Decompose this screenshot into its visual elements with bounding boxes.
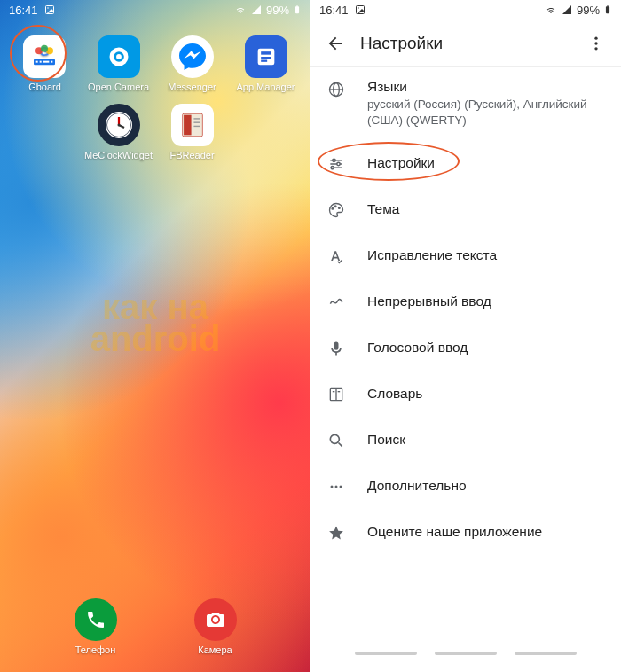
svg-point-41 <box>333 160 335 162</box>
svg-rect-33 <box>607 5 609 6</box>
battery-percent: 99% <box>577 4 600 17</box>
phone-settings-screen: 16:41 99% Настройки Языки русский (Росси… <box>310 0 621 672</box>
status-bar-right: 16:41 99% <box>310 0 621 20</box>
svg-point-35 <box>594 42 597 44</box>
settings-item-search[interactable]: Поиск <box>310 417 621 463</box>
app-grid: G Gboard Open Camera Messenger App Manag… <box>0 20 310 161</box>
app-messenger[interactable]: Messenger <box>158 35 226 93</box>
wifi-icon <box>545 4 557 15</box>
settings-item-dictionary[interactable]: Словарь <box>310 371 621 417</box>
svg-rect-17 <box>261 51 271 55</box>
nav-bar <box>310 635 621 672</box>
glide-icon <box>325 293 348 311</box>
app-fbreader[interactable]: FBReader <box>158 104 226 161</box>
svg-point-55 <box>331 486 334 488</box>
nav-home[interactable] <box>435 652 497 655</box>
svg-point-1 <box>47 7 49 9</box>
dock-phone[interactable]: Телефон <box>75 598 117 656</box>
back-button[interactable] <box>316 24 355 63</box>
settings-item-preferences[interactable]: Настройки <box>310 140 621 186</box>
status-time: 16:41 <box>319 4 349 17</box>
item-title: Поиск <box>367 432 607 448</box>
app-label: MeClockWidget <box>84 150 153 161</box>
app-manager-icon <box>245 35 287 78</box>
open-camera-icon <box>98 35 140 78</box>
messenger-icon <box>171 35 214 78</box>
item-title: Тема <box>367 201 607 217</box>
app-manager[interactable]: App Manager <box>232 35 300 93</box>
svg-point-43 <box>337 163 340 166</box>
svg-point-12 <box>41 45 48 52</box>
battery-percent: 99% <box>266 4 289 17</box>
item-title: Настройки <box>367 155 607 171</box>
status-time: 16:41 <box>9 4 38 17</box>
svg-rect-32 <box>606 6 609 13</box>
svg-point-36 <box>594 47 597 50</box>
battery-icon <box>293 4 302 16</box>
svg-point-24 <box>117 124 120 127</box>
settings-item-voice-typing[interactable]: Голосовой ввод <box>310 324 621 371</box>
image-icon <box>355 4 366 15</box>
svg-rect-8 <box>51 61 53 63</box>
svg-point-57 <box>340 486 342 488</box>
arrow-back-icon <box>326 34 345 53</box>
palette-icon <box>325 201 348 219</box>
svg-point-47 <box>334 206 336 207</box>
settings-item-glide-typing[interactable]: Непрерывный ввод <box>310 278 621 324</box>
svg-rect-7 <box>43 61 50 63</box>
dock: Телефон Камера <box>0 598 310 656</box>
svg-rect-26 <box>184 115 192 136</box>
item-title: Голосовой ввод <box>367 340 607 356</box>
book-icon <box>325 386 348 403</box>
signal-icon <box>561 4 573 15</box>
svg-point-56 <box>335 486 338 488</box>
item-title: Непрерывный ввод <box>367 293 607 309</box>
nav-recents[interactable] <box>355 652 417 655</box>
dock-label: Телефон <box>75 645 116 656</box>
item-title: Оцените наше приложение <box>367 524 607 540</box>
settings-item-text-correction[interactable]: Исправление текста <box>310 232 621 278</box>
item-subtitle: русский (Россия) (Русский), Английский (… <box>367 97 607 129</box>
star-icon <box>325 524 348 542</box>
app-label: App Manager <box>236 82 295 93</box>
gboard-icon: G <box>23 35 66 78</box>
dock-label: Камера <box>198 645 232 656</box>
app-open-camera[interactable]: Open Camera <box>84 35 153 93</box>
wifi-icon <box>234 4 247 15</box>
svg-rect-2 <box>295 6 299 13</box>
settings-item-theme[interactable]: Тема <box>310 186 621 232</box>
svg-rect-3 <box>296 5 298 6</box>
svg-point-34 <box>594 36 597 39</box>
settings-item-advanced[interactable]: Дополнительно <box>310 463 621 509</box>
signal-icon <box>250 4 263 15</box>
dock-camera[interactable]: Камера <box>194 598 237 656</box>
app-label: FBReader <box>169 150 214 161</box>
phone-home-screen: 16:41 99% как наandroid G Gboard Open Ca… <box>0 0 310 672</box>
text-correction-icon <box>325 247 348 265</box>
svg-rect-18 <box>261 57 271 59</box>
settings-item-rate[interactable]: Оцените наше приложение <box>310 509 621 555</box>
svg-point-53 <box>330 435 339 444</box>
mic-icon <box>325 340 348 357</box>
image-icon <box>44 4 55 15</box>
settings-header: Настройки <box>310 20 621 67</box>
fbreader-icon <box>171 104 214 146</box>
app-meclockwidget[interactable]: MeClockWidget <box>84 104 153 161</box>
svg-line-54 <box>339 443 342 447</box>
svg-point-45 <box>331 167 334 169</box>
more-button[interactable] <box>577 24 616 63</box>
settings-item-languages[interactable]: Языки русский (Россия) (Русский), Англий… <box>310 67 621 140</box>
more-vert-icon <box>587 35 605 52</box>
nav-back[interactable] <box>515 652 577 655</box>
globe-icon <box>325 81 348 98</box>
svg-rect-19 <box>261 60 267 62</box>
svg-point-15 <box>116 54 122 59</box>
header-title: Настройки <box>360 34 577 53</box>
more-horiz-icon <box>325 478 348 496</box>
app-gboard[interactable]: G Gboard <box>11 35 79 93</box>
item-title: Исправление текста <box>367 247 607 263</box>
item-title: Дополнительно <box>367 478 607 494</box>
item-title: Словарь <box>367 386 607 402</box>
svg-point-46 <box>332 208 334 210</box>
app-label: Messenger <box>168 82 216 93</box>
